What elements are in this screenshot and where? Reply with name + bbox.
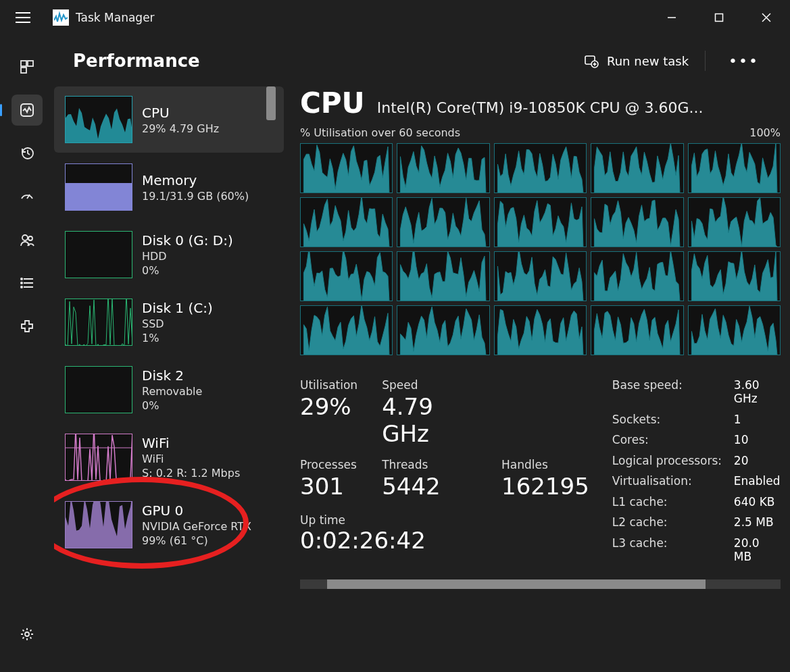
core-chart-18 — [591, 305, 683, 355]
per-core-chart-grid — [300, 143, 781, 355]
app-title: Task Manager — [76, 11, 155, 24]
svg-rect-1 — [716, 14, 723, 22]
sidebar-item-sub1: 19.1/31.9 GB (60%) — [142, 190, 249, 203]
sidebar-item-sub2: 0% — [142, 264, 233, 277]
svg-point-15 — [21, 278, 22, 280]
maximize-button[interactable] — [695, 4, 743, 31]
nav-processes[interactable] — [11, 51, 43, 82]
core-chart-19 — [688, 305, 781, 355]
value-uptime: 0:02:26:42 — [300, 527, 589, 554]
sidebar-item-title: Disk 2 — [142, 367, 202, 384]
spec-key: L3 cache: — [612, 536, 734, 564]
detail-heading: CPU — [300, 86, 365, 120]
nav-startup-apps[interactable] — [11, 181, 43, 212]
core-chart-17 — [494, 305, 587, 355]
label-processes: Processes — [300, 458, 357, 471]
core-chart-1 — [397, 143, 489, 193]
spec-key: Virtualisation: — [612, 474, 734, 488]
close-button[interactable] — [743, 4, 790, 31]
sidebar-item-sub2: 1% — [142, 332, 213, 344]
svg-rect-6 — [21, 68, 26, 73]
svg-point-18 — [25, 632, 29, 636]
sidebar-item-wifi[interactable]: WiFiWiFiS: 0.2 R: 1.2 Mbps — [54, 424, 284, 490]
sidebar-item-sub1: 29% 4.79 GHz — [142, 122, 219, 135]
core-chart-11 — [397, 251, 489, 301]
sidebar-thumb-wifi — [65, 434, 132, 481]
spec-value: 2.5 MB — [734, 515, 781, 529]
spec-key: Cores: — [612, 433, 734, 447]
core-chart-15 — [300, 305, 393, 355]
core-chart-16 — [397, 305, 489, 355]
hamburger-menu-button[interactable] — [8, 3, 38, 32]
sidebar-item-cpu[interactable]: CPU29% 4.79 GHz — [54, 86, 284, 153]
sidebar-item-sub1: HDD — [142, 250, 233, 263]
core-chart-14 — [688, 251, 781, 301]
nav-details[interactable] — [11, 267, 43, 299]
core-chart-6 — [397, 197, 489, 247]
nav-app-history[interactable] — [11, 138, 43, 169]
cpu-spec-table: Base speed:3.60 GHzSockets:1Cores:10Logi… — [612, 378, 781, 563]
sidebar-item-memory[interactable]: Memory19.1/31.9 GB (60%) — [54, 154, 284, 220]
label-utilisation: Utilisation — [300, 378, 357, 392]
spec-value: 20.0 MB — [734, 536, 781, 564]
sidebar-scrollbar[interactable] — [266, 86, 276, 640]
svg-rect-5 — [28, 61, 33, 66]
value-utilisation: 29% — [300, 393, 357, 447]
sidebar-item-disk0[interactable]: Disk 0 (G: D:)HDD0% — [54, 222, 284, 288]
nav-settings[interactable] — [11, 619, 43, 650]
label-handles: Handles — [501, 458, 589, 471]
label-speed: Speed — [382, 378, 477, 392]
sidebar-item-title: WiFi — [142, 435, 240, 451]
detail-panel: CPU Intel(R) Core(TM) i9-10850K CPU @ 3.… — [289, 86, 785, 640]
sidebar-item-title: Memory — [142, 172, 249, 188]
svg-point-16 — [21, 282, 22, 284]
divider — [705, 51, 706, 71]
more-options-button[interactable]: ••• — [722, 53, 766, 70]
spec-value: 10 — [734, 433, 781, 447]
sidebar-thumb-cpu — [65, 96, 132, 143]
task-manager-app-icon — [53, 9, 69, 26]
spec-key: L2 cache: — [612, 515, 734, 529]
sidebar-thumb-gpu0 — [65, 501, 132, 548]
sidebar-item-disk2[interactable]: Disk 2Removable0% — [54, 357, 284, 423]
spec-key: L1 cache: — [612, 495, 734, 509]
sidebar-item-gpu0[interactable]: GPU 0NVIDIA GeForce RTX99% (61 °C) — [54, 492, 284, 558]
sidebar-item-title: CPU — [142, 105, 219, 121]
core-chart-12 — [494, 251, 587, 301]
graph-max: 100% — [749, 126, 781, 139]
minimize-button[interactable] — [648, 4, 695, 31]
sidebar-thumb-disk0 — [65, 231, 132, 278]
value-threads: 5442 — [382, 473, 477, 500]
value-handles: 162195 — [501, 473, 589, 500]
svg-point-10 — [22, 235, 28, 240]
sidebar-item-sub1: SSD — [142, 317, 213, 330]
nav-performance[interactable] — [11, 95, 43, 126]
sidebar-item-sub1: WiFi — [142, 453, 240, 465]
sidebar-thumb-disk2 — [65, 366, 132, 413]
sidebar-item-sub2: 99% (61 °C) — [142, 534, 251, 547]
nav-services[interactable] — [11, 311, 43, 342]
spec-value: Enabled — [734, 474, 781, 488]
resource-sidebar: CPU29% 4.79 GHzMemory19.1/31.9 GB (60%)D… — [54, 86, 284, 640]
spec-value: 640 KB — [734, 495, 781, 509]
core-chart-3 — [591, 143, 683, 193]
svg-rect-4 — [21, 61, 26, 66]
core-chart-8 — [591, 197, 683, 247]
sidebar-item-title: GPU 0 — [142, 502, 251, 519]
spec-value: 1 — [734, 413, 781, 427]
run-new-task-button[interactable]: Run new task — [584, 53, 689, 68]
sidebar-item-disk1[interactable]: Disk 1 (C:)SSD1% — [54, 289, 284, 355]
run-task-icon — [584, 53, 599, 68]
title-bar: Task Manager — [0, 0, 790, 35]
core-chart-10 — [300, 251, 393, 301]
value-processes: 301 — [300, 473, 357, 500]
nav-users[interactable] — [11, 224, 43, 255]
sidebar-thumb-disk1 — [65, 299, 132, 346]
core-chart-5 — [300, 197, 393, 247]
window-controls — [648, 4, 790, 31]
core-chart-2 — [494, 143, 587, 193]
sidebar-item-title: Disk 1 (C:) — [142, 300, 213, 316]
spec-value: 3.60 GHz — [734, 378, 781, 406]
detail-horizontal-scrollbar[interactable] — [300, 579, 781, 589]
sidebar-item-title: Disk 0 (G: D:) — [142, 232, 233, 249]
